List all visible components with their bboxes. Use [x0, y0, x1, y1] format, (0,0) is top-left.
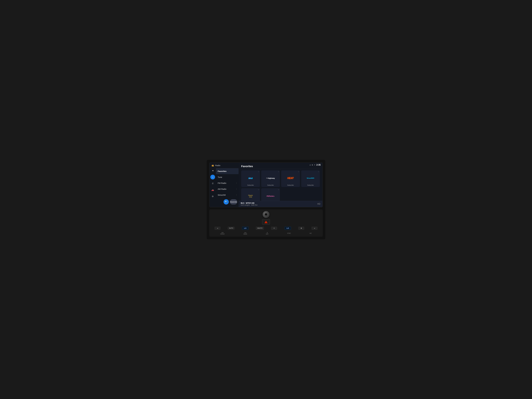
am-radio-chevron: › — [236, 188, 237, 190]
main-content: Favorites + 80s8 Subscribe + the highway… — [239, 163, 323, 207]
seat-heat-left-btn[interactable]: ⊿ — [215, 227, 221, 230]
fav-add-popstars[interactable]: + — [278, 189, 279, 191]
bluetooth-icon: ✴ — [314, 164, 315, 166]
logo-80s8: 80s8 — [248, 173, 253, 184]
hazard-triangle-icon — [264, 221, 268, 223]
fav-card-sirius[interactable]: + SiriusXM① Subscribe — [301, 170, 320, 187]
car-frame: ⌀ ⊗ ✴ 2:35 📻 Radio ◄ ♪ ✆ 🚗 ⚙ F — [207, 160, 325, 239]
fav-add-80s8[interactable]: + — [258, 171, 259, 173]
sidebar-menu: Favorites Tune FM Radio › AM Radio › Sir… — [216, 168, 239, 207]
ac-label[interactable]: A/C — [310, 233, 312, 234]
subscribe-heat[interactable]: Subscribe — [287, 184, 294, 186]
auto-left-btn[interactable]: AUTO — [228, 227, 234, 230]
now-playing-bar: 96.5 · WTDY-HD Avril Lavigne · Sk8tr Boi… — [239, 201, 323, 207]
sync-label[interactable]: SYNC — [287, 233, 291, 234]
fav-add-highway[interactable]: + — [278, 171, 279, 173]
recirc-btn[interactable]: ⊙ — [271, 227, 277, 230]
now-playing-info: 96.5 · WTDY-HD Avril Lavigne · Sk8tr Boi — [241, 202, 257, 206]
fav-card-80s8[interactable]: + 80s8 Subscribe — [241, 170, 260, 187]
logo-heat: HEAT — [287, 173, 294, 184]
menu-am-radio[interactable]: AM Radio › — [216, 186, 239, 192]
hazard-area — [262, 219, 270, 225]
fav-add-classicvinyl[interactable]: + — [258, 189, 259, 191]
phone-nav-icon[interactable]: ✆ — [210, 181, 215, 186]
logo-sirius: SiriusXM① — [307, 173, 314, 184]
logo-highway: the highway — [266, 173, 275, 184]
fav-card-heat[interactable]: + HEAT Subscribe — [281, 170, 300, 187]
nav-icons-column: ◄ ♪ ✆ 🚗 ⚙ — [209, 163, 216, 207]
rear-defrost-label[interactable]: ⊟⊟REAR — [243, 232, 247, 235]
now-playing-track: Avril Lavigne · Sk8tr Boi — [241, 204, 257, 206]
signal-icon: ⌀ — [310, 164, 310, 166]
knob-area — [263, 211, 269, 218]
logo-classicvinyl: Classicvinyl — [248, 191, 253, 202]
menu-fm-radio[interactable]: FM Radio › — [216, 180, 239, 186]
menu-siriusxm[interactable]: SiriusXM › — [216, 192, 239, 198]
physical-controls: ⊿ AUTO LO ❄AUTO ⊙ LO ⊠ ⊿ ⊟⊟FRONT ⊟⊟REAR … — [209, 209, 323, 237]
seat-heat-right-btn[interactable]: ⊿ — [311, 227, 317, 230]
fav-card-highway[interactable]: + the highway Subscribe — [261, 170, 280, 187]
temp-right-display: LO — [285, 227, 291, 230]
clock-display: 2:35 — [317, 164, 321, 166]
hazard-button[interactable] — [262, 219, 270, 225]
fan-left-btn[interactable]: ⊠ — [298, 227, 304, 230]
temp-left-display: LO — [242, 227, 249, 230]
sources-button[interactable]: Sources — [230, 199, 237, 204]
siriusxm-chevron: › — [236, 194, 237, 196]
menu-favorites[interactable]: Favorites — [216, 168, 239, 174]
logo-popstars: POPst★rs — [267, 191, 274, 202]
car-nav-icon[interactable]: 🚗 — [210, 188, 215, 192]
climate-row: ⊿ AUTO LO ❄AUTO ⊙ LO ⊠ ⊿ — [211, 226, 321, 230]
subscribe-80s8[interactable]: Subscribe — [247, 184, 254, 186]
settings-nav-icon[interactable]: ⚙ — [210, 194, 215, 199]
cast-icon: ⊗ — [312, 164, 313, 166]
subscribe-sirius[interactable]: Subscribe — [307, 184, 314, 186]
sidebar: 📻 Radio ◄ ♪ ✆ 🚗 ⚙ Favorites Tune — [209, 163, 239, 207]
front-defrost-label[interactable]: ⊟⊟FRONT — [220, 232, 225, 235]
ac-fan-btn[interactable]: ❄AUTO — [256, 227, 264, 230]
status-bar: ⌀ ⊗ ✴ 2:35 — [308, 163, 323, 167]
now-playing-station: 96.5 · WTDY-HD — [241, 202, 257, 204]
infotainment-screen: ⌀ ⊗ ✴ 2:35 📻 Radio ◄ ♪ ✆ 🚗 ⚙ F — [209, 162, 323, 207]
music-nav-icon[interactable]: ♪ — [210, 175, 215, 179]
fav-add-sirius[interactable]: + — [318, 171, 319, 173]
back-nav-icon[interactable]: ◄ — [210, 168, 215, 173]
volume-knob[interactable] — [263, 211, 269, 218]
hd-radio-icon: HD — [317, 203, 320, 205]
sidebar-bottom-controls: 🔍 Sources — [216, 198, 239, 206]
fm-radio-chevron: › — [236, 182, 237, 184]
sidebar-header-label: Radio — [215, 164, 220, 166]
knob-inner — [265, 213, 267, 216]
search-button[interactable]: 🔍 — [223, 199, 229, 204]
ac-off-label[interactable]: ❄OFF — [266, 232, 268, 235]
subscribe-highway[interactable]: Subscribe — [267, 184, 274, 186]
fav-add-heat[interactable]: + — [298, 171, 299, 173]
controls-second-row: ⊟⊟FRONT ⊟⊟REAR ❄OFF SYNC A/C — [211, 232, 321, 235]
favorites-grid: + 80s8 Subscribe + the highway Subscribe… — [241, 170, 320, 205]
menu-tune[interactable]: Tune — [216, 174, 239, 180]
